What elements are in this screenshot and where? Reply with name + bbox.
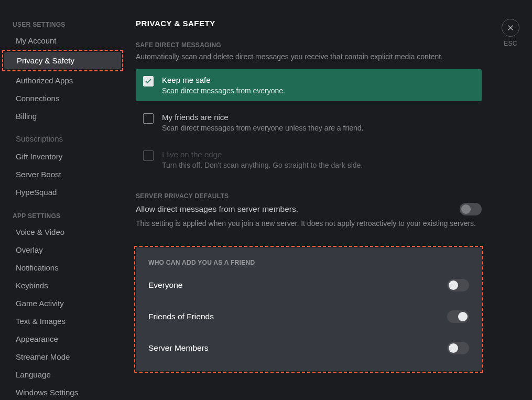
sidebar-item-my-account[interactable]: My Account xyxy=(3,32,123,49)
settings-sidebar: USER SETTINGS My Account Privacy & Safet… xyxy=(0,0,128,400)
esc-label: ESC xyxy=(502,40,519,47)
sidebar-item-server-boost[interactable]: Server Boost xyxy=(3,166,123,183)
friend-row-friends-of-friends: Friends of Friends xyxy=(148,301,469,332)
toggle-knob xyxy=(458,312,468,321)
safe-dm-desc: Automatically scan and delete direct mes… xyxy=(136,52,482,62)
close-button[interactable] xyxy=(502,19,519,37)
sidebar-item-game-activity[interactable]: Game Activity xyxy=(3,295,123,312)
option-title: My friends are nice xyxy=(162,113,474,122)
highlight-privacy-safety: Privacy & Safety xyxy=(2,50,123,71)
checkbox-icon xyxy=(143,76,154,87)
sidebar-item-billing[interactable]: Billing xyxy=(3,107,123,125)
friend-add-section: WHO CAN ADD YOU AS A FRIEND Everyone Fri… xyxy=(136,247,482,371)
sidebar-item-subscriptions[interactable]: Subscriptions xyxy=(3,130,123,147)
friend-label: Everyone xyxy=(148,280,182,290)
sidebar-item-connections[interactable]: Connections xyxy=(3,90,123,107)
option-sub: Scan direct messages from everyone unles… xyxy=(162,124,474,132)
toggle-knob xyxy=(449,280,458,290)
option-sub: Scan direct messages from everyone. xyxy=(162,87,474,95)
safe-dm-option-live-edge[interactable]: I live on the edge Turn this off. Don't … xyxy=(136,144,482,176)
checkbox-icon xyxy=(143,113,154,124)
toggle-server-members[interactable] xyxy=(447,342,469,354)
safe-dm-option-friends-nice[interactable]: My friends are nice Scan direct messages… xyxy=(136,106,482,138)
option-sub: Turn this off. Don't scan anything. Go s… xyxy=(162,161,474,169)
sidebar-item-text-images[interactable]: Text & Images xyxy=(3,312,123,330)
toggle-knob xyxy=(449,343,458,353)
page-title: PRIVACY & SAFETY xyxy=(136,19,482,28)
checkbox-icon xyxy=(143,150,154,161)
sidebar-item-overlay[interactable]: Overlay xyxy=(3,241,123,258)
option-title: I live on the edge xyxy=(162,150,474,159)
safe-dm-header: SAFE DIRECT MESSAGING xyxy=(136,41,482,49)
sidebar-item-hypesquad[interactable]: HypeSquad xyxy=(3,183,123,201)
sidebar-item-authorized-apps[interactable]: Authorized Apps xyxy=(3,72,123,89)
close-icon xyxy=(506,24,515,32)
friend-row-server-members: Server Members xyxy=(148,332,469,358)
sidebar-item-gift-inventory[interactable]: Gift Inventory xyxy=(3,148,123,165)
toggle-friends-of-friends[interactable] xyxy=(447,310,469,323)
sidebar-item-streamer-mode[interactable]: Streamer Mode xyxy=(3,348,123,365)
friend-label: Friends of Friends xyxy=(148,312,214,321)
sidebar-section-user-header: USER SETTINGS xyxy=(0,16,123,31)
allow-dm-label: Allow direct messages from server member… xyxy=(136,204,298,214)
sidebar-item-language[interactable]: Language xyxy=(3,366,123,383)
close-area: ESC xyxy=(502,19,519,47)
friend-row-everyone: Everyone xyxy=(148,269,469,301)
sidebar-item-voice-video[interactable]: Voice & Video xyxy=(3,223,123,241)
toggle-everyone[interactable] xyxy=(447,279,469,291)
allow-dm-toggle[interactable] xyxy=(460,203,482,215)
sidebar-item-appearance[interactable]: Appearance xyxy=(3,330,123,348)
safe-dm-option-keep-me-safe[interactable]: Keep me safe Scan direct messages from e… xyxy=(136,69,482,101)
sidebar-item-notifications[interactable]: Notifications xyxy=(3,259,123,276)
friend-label: Server Members xyxy=(148,343,209,353)
friend-add-header: WHO CAN ADD YOU AS A FRIEND xyxy=(148,259,469,266)
option-title: Keep me safe xyxy=(162,75,474,84)
sidebar-section-app-header: APP SETTINGS xyxy=(0,207,123,223)
toggle-knob xyxy=(461,204,471,214)
server-privacy-header: SERVER PRIVACY DEFAULTS xyxy=(136,192,482,200)
sidebar-item-privacy-safety[interactable]: Privacy & Safety xyxy=(4,52,121,69)
settings-main: PRIVACY & SAFETY SAFE DIRECT MESSAGING A… xyxy=(128,0,532,400)
sidebar-item-windows-settings[interactable]: Windows Settings xyxy=(3,384,123,400)
sidebar-item-keybinds[interactable]: Keybinds xyxy=(3,277,123,294)
server-privacy-desc: This setting is applied when you join a … xyxy=(136,219,482,229)
